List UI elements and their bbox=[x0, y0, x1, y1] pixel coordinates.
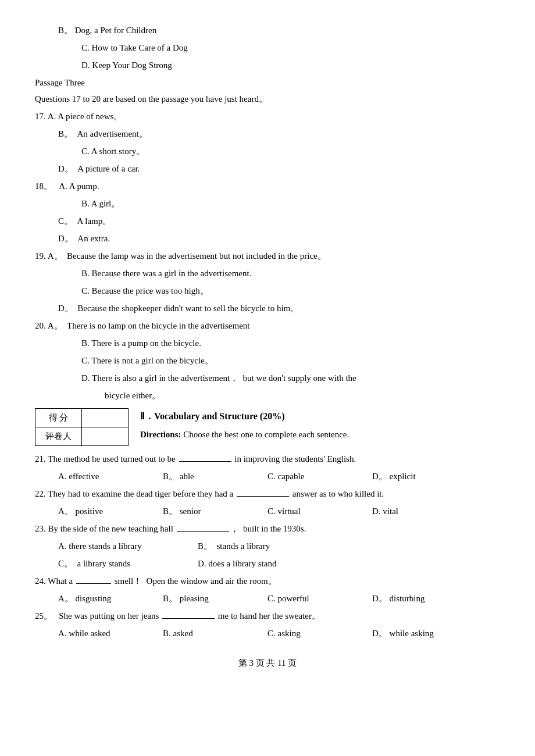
q20-optD-cont: bicycle either。 bbox=[105, 388, 500, 402]
q18-optB: B. A girl。 bbox=[81, 197, 500, 211]
q24-options: A。 disgusting B。 pleasing C. powerful D。… bbox=[58, 591, 500, 605]
reviewer-value bbox=[82, 427, 129, 446]
q21-optA: A. effective bbox=[58, 469, 163, 483]
passage-three-instructions: Questions 17 to 20 are based on the pass… bbox=[35, 92, 500, 106]
score-table: 得 分 评卷人 bbox=[35, 408, 129, 446]
section-ii-header: Ⅱ．Vocabulary and Structure (20%) Directi… bbox=[140, 408, 500, 445]
directions-text: Choose the best one to complete each sen… bbox=[183, 430, 349, 439]
question-22: 22. They had to examine the dead tiger b… bbox=[35, 487, 500, 501]
q20-stem: A。 There is no lamp on the bicycle in th… bbox=[48, 321, 250, 330]
q19-number: 19. bbox=[35, 251, 48, 261]
question-25: 25。 She was putting on her jeans me to h… bbox=[35, 609, 500, 623]
q17-optD: D。 A picture of a car. bbox=[58, 162, 500, 176]
option-d: D. Keep Your Dog Strong bbox=[81, 58, 500, 72]
q24-optB: B。 pleasing bbox=[163, 591, 268, 605]
q21-number: 21. bbox=[35, 454, 48, 463]
section-ii-title: Ⅱ．Vocabulary and Structure (20%) bbox=[140, 411, 500, 423]
q23-optC: C。 a library stands bbox=[58, 557, 198, 570]
option-b: B。 Dog, a Pet for Children bbox=[58, 23, 500, 37]
reviewer-label: 评卷人 bbox=[35, 427, 82, 446]
score-label: 得 分 bbox=[35, 409, 82, 427]
q22-text: They had to examine the dead tiger befor… bbox=[48, 489, 384, 498]
q20-optB: B. There is a pump on the bicycle. bbox=[81, 336, 500, 350]
q25-optD: D。 while asking bbox=[372, 626, 477, 640]
q25-optB: B. asked bbox=[163, 626, 268, 640]
page-content: B。 Dog, a Pet for Children C. How to Tak… bbox=[35, 23, 500, 669]
q21-optB: B。 able bbox=[163, 469, 268, 483]
q22-optC: C. virtual bbox=[268, 504, 372, 518]
q19-stem: A。 Because the lamp was in the advertise… bbox=[48, 251, 326, 261]
q21-options: A. effective B。 able C. capable D。 expli… bbox=[58, 469, 500, 483]
q19-optD: D。 Because the shopkeeper didn't want to… bbox=[58, 301, 500, 315]
q22-optD: D. vital bbox=[372, 504, 477, 518]
q20-optD: D. There is also a girl in the advertise… bbox=[81, 371, 500, 385]
q18-number: 18。 bbox=[35, 181, 57, 191]
option-c: C. How to Take Care of a Dog bbox=[81, 41, 500, 55]
page-footer: 第 3 页 共 11 页 bbox=[35, 658, 500, 669]
q18-optD: D。 An extra. bbox=[58, 231, 500, 245]
q17-stem: A. A piece of news。 bbox=[48, 112, 123, 121]
q21-optD: D。 explicit bbox=[372, 469, 477, 483]
q17-optB: B。 An advertisement。 bbox=[58, 127, 500, 141]
question-23: 23. By the side of the new teaching hall… bbox=[35, 522, 500, 536]
q18-stem: A. A pump. bbox=[59, 181, 99, 191]
question-21: 21. The method he used turned out to be … bbox=[35, 452, 500, 466]
q20-number: 20. bbox=[35, 321, 48, 330]
q21-text: The method he used turned out to be in i… bbox=[48, 454, 356, 463]
question-20: 20. A。 There is no lamp on the bicycle i… bbox=[35, 319, 500, 333]
q22-number: 22. bbox=[35, 489, 48, 498]
q23-optB: B。 stands a library bbox=[198, 539, 337, 553]
q24-optD: D。 disturbing bbox=[372, 591, 477, 605]
q25-optC: C. asking bbox=[268, 626, 372, 640]
q24-text: What a smell！ Open the window and air th… bbox=[48, 576, 277, 586]
q23-optA: A. there stands a library bbox=[58, 539, 198, 553]
q19-optB: B. Because there was a girl in the adver… bbox=[81, 266, 500, 280]
q23-options-row2: C。 a library stands D. does a library st… bbox=[58, 557, 500, 570]
q20-optC: C. There is not a girl on the bicycle。 bbox=[81, 354, 500, 368]
q24-optA: A。 disgusting bbox=[58, 591, 163, 605]
q21-optC: C. capable bbox=[268, 469, 372, 483]
q17-number: 17. bbox=[35, 112, 46, 121]
q25-text: She was putting on her jeans me to hand … bbox=[59, 611, 320, 621]
q23-options: A. there stands a library B。 stands a li… bbox=[58, 539, 500, 553]
question-19: 19. A。 Because the lamp was in the adver… bbox=[35, 249, 500, 263]
q22-optB: B。 senior bbox=[163, 504, 268, 518]
q18-optC: C。 A lamp。 bbox=[58, 214, 500, 228]
q19-optC: C. Because the price was too high。 bbox=[81, 284, 500, 298]
q25-options: A. while asked B. asked C. asking D。 whi… bbox=[58, 626, 500, 640]
q24-optC: C. powerful bbox=[268, 591, 372, 605]
score-value bbox=[82, 409, 129, 427]
question-18: 18。 A. A pump. bbox=[35, 179, 500, 193]
q23-text: By the side of the new teaching hall ， b… bbox=[48, 524, 306, 533]
q22-options: A。 positive B。 senior C. virtual D. vita… bbox=[58, 504, 500, 518]
q23-number: 23. bbox=[35, 524, 48, 533]
directions-line: Directions: Choose the best one to compl… bbox=[140, 427, 500, 441]
q25-number: 25。 bbox=[35, 611, 57, 621]
question-17: 17. A. A piece of news。 bbox=[35, 109, 500, 123]
q17-optC: C. A short story。 bbox=[81, 144, 500, 158]
directions-label: Directions: bbox=[140, 430, 181, 439]
section-ii-wrapper: 得 分 评卷人 Ⅱ．Vocabulary and Structure (20%)… bbox=[35, 408, 500, 446]
q23-optD: D. does a library stand bbox=[198, 557, 337, 570]
q24-number: 24. bbox=[35, 576, 48, 586]
passage-three-label: Passage Three bbox=[35, 76, 500, 90]
q22-optA: A。 positive bbox=[58, 504, 163, 518]
question-24: 24. What a smell！ Open the window and ai… bbox=[35, 574, 500, 588]
q25-optA: A. while asked bbox=[58, 626, 163, 640]
